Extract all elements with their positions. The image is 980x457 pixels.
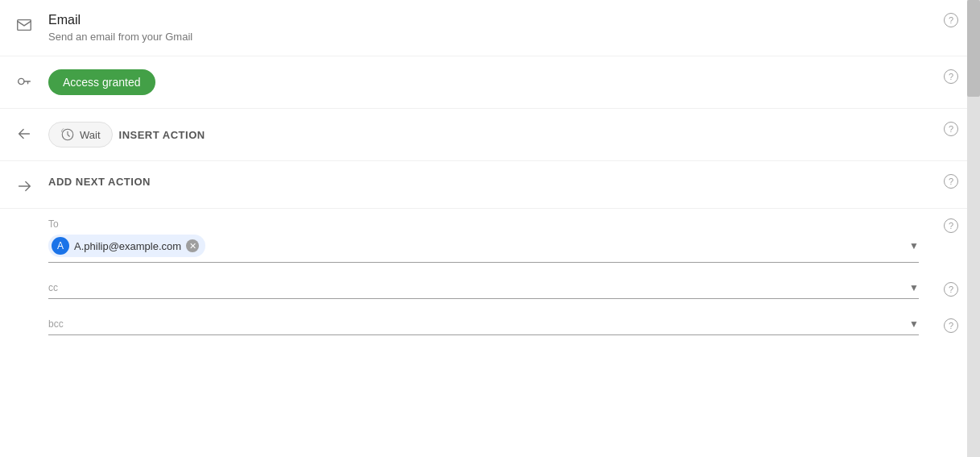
insert-action-row: Wait INSERT ACTION ?: [0, 109, 967, 161]
svg-point-1: [19, 78, 24, 84]
email-section: Email Send an email from your Gmail: [48, 13, 935, 43]
add-next-action-help-icon[interactable]: ?: [944, 174, 958, 189]
key-icon: [0, 69, 48, 90]
to-help[interactable]: ?: [935, 218, 967, 233]
bcc-help-icon[interactable]: ?: [944, 318, 958, 333]
scrollbar[interactable]: [967, 0, 980, 457]
add-next-action-label: ADD NEXT ACTION: [48, 176, 151, 188]
access-granted-button[interactable]: Access granted: [48, 69, 155, 95]
email-help[interactable]: ?: [935, 13, 967, 27]
remove-recipient-button[interactable]: ✕: [186, 239, 199, 252]
cc-label: cc: [48, 282, 58, 293]
add-next-action-row: ADD NEXT ACTION ?: [0, 161, 967, 209]
bcc-dropdown-arrow[interactable]: ▼: [909, 318, 919, 330]
forward-arrow-icon: [0, 174, 48, 195]
insert-action-help-icon[interactable]: ?: [944, 122, 958, 136]
add-next-action-help[interactable]: ?: [935, 174, 967, 189]
email-help-icon[interactable]: ?: [944, 13, 958, 27]
email-subtitle: Send an email from your Gmail: [48, 31, 919, 43]
to-field-content: To A A.philip@example.com ✕ ▼: [48, 218, 935, 263]
cc-help-icon[interactable]: ?: [944, 282, 958, 297]
insert-action-container: Wait INSERT ACTION: [48, 122, 919, 147]
bcc-field-input[interactable]: bcc ▼: [48, 318, 919, 335]
insert-action-label: INSERT ACTION: [119, 129, 205, 141]
scrollbar-thumb[interactable]: [967, 0, 980, 97]
bcc-field-content: bcc ▼: [48, 318, 935, 335]
wait-button[interactable]: Wait: [48, 122, 113, 147]
cc-help[interactable]: ?: [935, 282, 967, 297]
to-field-input[interactable]: A A.philip@example.com ✕ ▼: [48, 235, 919, 263]
insert-action-help[interactable]: ?: [935, 122, 967, 136]
bcc-field-row: bcc ▼ ?: [0, 309, 967, 345]
email-row: Email Send an email from your Gmail ?: [0, 0, 967, 56]
recipient-email: A.philip@example.com: [74, 240, 181, 252]
access-granted-row: Access granted ?: [0, 56, 967, 109]
to-field-row: To A A.philip@example.com ✕ ▼ ?: [0, 209, 967, 272]
access-granted-content: Access granted: [48, 69, 935, 95]
add-next-action-content: ADD NEXT ACTION: [48, 174, 935, 189]
wait-label: Wait: [80, 129, 101, 141]
to-help-icon[interactable]: ?: [944, 218, 958, 233]
back-arrow-icon: [0, 122, 48, 143]
bcc-label: bcc: [48, 318, 64, 330]
cc-field-content: cc ▼: [48, 282, 935, 299]
access-granted-help[interactable]: ?: [935, 69, 967, 84]
cc-field-input[interactable]: cc ▼: [48, 282, 919, 299]
recipient-chip: A A.philip@example.com ✕: [48, 235, 205, 257]
email-title: Email: [48, 13, 919, 27]
access-granted-help-icon[interactable]: ?: [944, 69, 958, 84]
insert-action-content: Wait INSERT ACTION: [48, 122, 935, 147]
cc-field-row: cc ▼ ?: [0, 272, 967, 309]
to-dropdown-arrow[interactable]: ▼: [909, 240, 919, 251]
to-label: To: [48, 218, 919, 230]
cc-dropdown-arrow[interactable]: ▼: [909, 282, 919, 293]
wait-icon: [60, 127, 75, 142]
recipient-avatar: A: [52, 237, 69, 255]
bcc-help[interactable]: ?: [935, 318, 967, 333]
svg-rect-0: [18, 20, 31, 31]
email-icon: [0, 13, 48, 34]
